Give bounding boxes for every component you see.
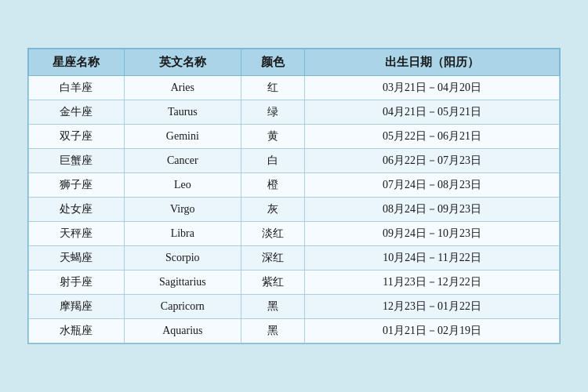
cell-english: Capricorn [124,295,241,319]
cell-chinese: 天蝎座 [29,246,125,270]
table-row: 天秤座Libra淡红09月24日－10月23日 [29,222,560,246]
cell-color: 黑 [241,295,304,319]
cell-english: Libra [124,222,241,246]
cell-date: 05月22日－06月21日 [305,125,560,149]
cell-date: 09月24日－10月23日 [305,222,560,246]
cell-english: Taurus [124,100,241,125]
header-color: 颜色 [241,49,304,76]
cell-chinese: 处女座 [29,198,125,222]
cell-color: 淡红 [241,222,304,246]
cell-color: 紫红 [241,270,304,295]
cell-color: 红 [241,76,304,100]
cell-chinese: 巨蟹座 [29,149,125,173]
cell-english: Sagittarius [124,270,241,295]
cell-date: 04月21日－05月21日 [305,100,560,125]
table-row: 水瓶座Aquarius黑01月21日－02月19日 [29,319,560,343]
cell-chinese: 双子座 [29,125,125,149]
table-body: 白羊座Aries红03月21日－04月20日金牛座Taurus绿04月21日－0… [29,76,560,343]
cell-color: 橙 [241,173,304,198]
cell-chinese: 金牛座 [29,100,125,125]
cell-color: 黑 [241,319,304,343]
cell-english: Aquarius [124,319,241,343]
cell-date: 08月24日－09月23日 [305,198,560,222]
header-chinese: 星座名称 [29,49,125,76]
cell-date: 11月23日－12月22日 [305,270,560,295]
cell-date: 07月24日－08月23日 [305,173,560,198]
table-row: 白羊座Aries红03月21日－04月20日 [29,76,560,100]
cell-color: 绿 [241,100,304,125]
zodiac-table: 星座名称 英文名称 颜色 出生日期（阳历） 白羊座Aries红03月21日－04… [28,49,560,343]
table-row: 巨蟹座Cancer白06月22日－07月23日 [29,149,560,173]
cell-english: Scorpio [124,246,241,270]
cell-chinese: 摩羯座 [29,295,125,319]
cell-date: 10月24日－11月22日 [305,246,560,270]
table-row: 射手座Sagittarius紫红11月23日－12月22日 [29,270,560,295]
cell-chinese: 天秤座 [29,222,125,246]
cell-date: 01月21日－02月19日 [305,319,560,343]
header-date: 出生日期（阳历） [305,49,560,76]
cell-chinese: 水瓶座 [29,319,125,343]
table-row: 摩羯座Capricorn黑12月23日－01月22日 [29,295,560,319]
cell-date: 03月21日－04月20日 [305,76,560,100]
cell-chinese: 射手座 [29,270,125,295]
cell-english: Aries [124,76,241,100]
cell-color: 深红 [241,246,304,270]
table-row: 天蝎座Scorpio深红10月24日－11月22日 [29,246,560,270]
table-row: 双子座Gemini黄05月22日－06月21日 [29,125,560,149]
cell-date: 06月22日－07月23日 [305,149,560,173]
cell-english: Leo [124,173,241,198]
cell-color: 灰 [241,198,304,222]
cell-english: Cancer [124,149,241,173]
cell-date: 12月23日－01月22日 [305,295,560,319]
cell-chinese: 狮子座 [29,173,125,198]
cell-english: Virgo [124,198,241,222]
table-row: 金牛座Taurus绿04月21日－05月21日 [29,100,560,125]
table-row: 处女座Virgo灰08月24日－09月23日 [29,198,560,222]
cell-english: Gemini [124,125,241,149]
table-row: 狮子座Leo橙07月24日－08月23日 [29,173,560,198]
zodiac-table-container: 星座名称 英文名称 颜色 出生日期（阳历） 白羊座Aries红03月21日－04… [27,48,561,344]
table-header-row: 星座名称 英文名称 颜色 出生日期（阳历） [29,49,560,76]
cell-color: 白 [241,149,304,173]
cell-color: 黄 [241,125,304,149]
cell-chinese: 白羊座 [29,76,125,100]
header-english: 英文名称 [124,49,241,76]
